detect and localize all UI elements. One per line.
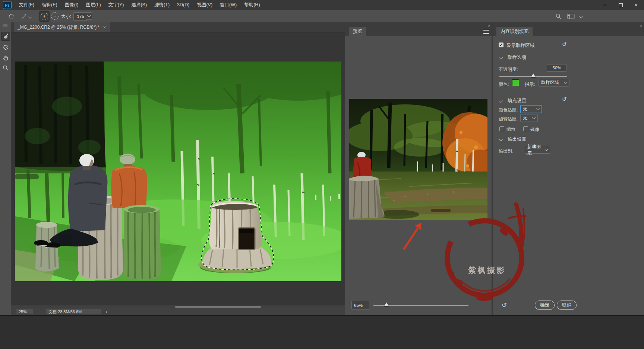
minimize-icon — [603, 5, 607, 5]
stump-bench-right — [124, 205, 161, 280]
collapse-panel-icon[interactable]: » — [640, 23, 642, 28]
document-tab-bar: _MG_2200.CR2 @ 25% (背景, RGB/8*) * ✕ — [11, 22, 345, 32]
tab-close-icon[interactable]: ✕ — [103, 25, 106, 29]
separator — [18, 12, 18, 21]
status-doc-info: 文档:28.8M/66.6M — [46, 309, 101, 314]
rotation-adaptation-label: 旋转适应: — [499, 116, 518, 122]
scale-label: 缩放 — [506, 126, 515, 133]
menu-select[interactable]: 选择(S) — [127, 0, 151, 10]
brush-size-dropdown-button[interactable] — [86, 12, 92, 20]
preview-zoom-input[interactable] — [351, 301, 369, 309]
mirror-checkbox[interactable] — [523, 126, 528, 131]
reset-all-icon[interactable]: ↺ — [502, 302, 507, 308]
overlay-color-swatch[interactable] — [512, 79, 519, 86]
hand-tool[interactable] — [1, 53, 10, 62]
tab-content-aware-fill[interactable]: 内容识别填充 — [496, 27, 533, 36]
menu-filter[interactable]: 滤镜(T) — [151, 0, 173, 10]
menu-view[interactable]: 视图(V) — [193, 0, 216, 10]
chevron-down-icon — [544, 148, 548, 151]
mirror-label: 镜像 — [530, 126, 539, 133]
scrollbar-thumb[interactable] — [175, 306, 261, 308]
indicates-value: 取样区域 — [541, 79, 559, 86]
add-to-sampling-button[interactable]: + — [39, 11, 50, 22]
opacity-label: 不透明度: — [499, 66, 518, 73]
separator — [36, 12, 36, 21]
workspace-chevron-icon[interactable] — [580, 15, 583, 19]
menu-edit[interactable]: 编辑(E) — [38, 0, 61, 10]
menu-file[interactable]: 文件(F) — [15, 0, 38, 10]
status-zoom-field[interactable]: 25% — [16, 309, 33, 314]
sampling-section-chevron-icon[interactable] — [499, 55, 503, 59]
close-button[interactable]: ✕ — [628, 0, 644, 10]
window-controls: ✕ — [597, 0, 644, 10]
fill-section-chevron-icon[interactable] — [499, 98, 503, 103]
menu-bar: Ps 文件(F) 编辑(E) 图像(I) 图层(L) 文字(Y) 选择(S) 滤… — [0, 0, 644, 10]
scale-checkbox[interactable] — [499, 126, 504, 131]
menu-image[interactable]: 图像(I) — [61, 0, 82, 10]
reset-sampling-icon[interactable]: ↺ — [562, 41, 567, 47]
rotation-adaptation-dropdown[interactable]: 无 — [520, 114, 538, 122]
preview-tab-bar: » 预览 — [345, 22, 492, 36]
menu-help[interactable]: 帮助(H) — [240, 0, 263, 10]
document-tab-title: _MG_2200.CR2 @ 25% (背景, RGB/8*) * — [18, 24, 100, 31]
document-tab[interactable]: _MG_2200.CR2 @ 25% (背景, RGB/8*) * ✕ — [14, 22, 110, 32]
menu-layer[interactable]: 图层(L) — [82, 0, 104, 10]
color-adaptation-label: 颜色适应: — [499, 107, 518, 113]
fill-settings-section[interactable]: 填充设置 — [508, 98, 526, 104]
show-sampling-area-label: 显示取样区域 — [506, 43, 534, 49]
reset-fill-icon[interactable]: ↺ — [562, 96, 567, 102]
document-canvas-image[interactable] — [15, 62, 341, 281]
opacity-value-field[interactable]: 50% — [547, 64, 567, 72]
color-adaptation-dropdown[interactable]: 无 — [520, 105, 542, 113]
sampling-brush-tool[interactable] — [1, 32, 10, 41]
collapse-panel-icon[interactable]: » — [488, 23, 490, 28]
minus-circle-icon: − — [51, 12, 59, 20]
search-icon[interactable] — [555, 13, 562, 19]
show-sampling-area-checkbox[interactable]: ✓ — [499, 43, 503, 47]
lasso-tool[interactable] — [1, 43, 10, 52]
color-adaptation-value: 无 — [523, 106, 527, 112]
output-to-dropdown[interactable]: 新建图层 — [525, 146, 550, 154]
ok-button[interactable]: 确定 — [535, 301, 555, 310]
status-bar: 25% 文档:28.8M/66.6M › — [11, 308, 345, 315]
status-expand-icon[interactable]: › — [106, 309, 107, 314]
chevron-down-icon — [536, 107, 540, 111]
caf-bottom-bar: ↺ 确定 取消 — [493, 296, 644, 315]
overlay-color-label: 颜色: — [499, 81, 509, 88]
cancel-button[interactable]: 取消 — [557, 301, 577, 310]
photoshop-window: Ps 文件(F) 编辑(E) 图像(I) 图层(L) 文字(Y) 选择(S) 滤… — [0, 0, 644, 349]
content-aware-fill-panel: » 内容识别填充 ✓ 显示取样区域 ↺ 取样选项 不透明度: 50% 颜色: 指… — [493, 22, 644, 315]
panel-menu-icon[interactable] — [483, 30, 489, 34]
maximize-icon — [619, 3, 623, 7]
subtract-from-sampling-button[interactable]: − — [50, 11, 60, 21]
output-settings-section[interactable]: 输出设置 — [508, 136, 526, 142]
home-icon[interactable] — [8, 13, 15, 19]
zoom-tool[interactable] — [1, 63, 10, 72]
brush-tool-preset-icon[interactable] — [20, 13, 27, 19]
menu-3d[interactable]: 3D(D) — [173, 0, 193, 10]
status-zoom-value: 25% — [19, 309, 27, 314]
indicates-dropdown[interactable]: 取样区域 — [539, 79, 569, 87]
toolbar-grip[interactable] — [3, 24, 7, 27]
tool-options-bar: + − 大小: — [0, 10, 644, 23]
workspace-layout-icon[interactable] — [567, 13, 575, 19]
menu-type[interactable]: 文字(Y) — [105, 0, 128, 10]
window-bottom-edge — [0, 315, 644, 349]
maximize-button[interactable] — [613, 0, 628, 10]
rotation-adaptation-value: 无 — [523, 115, 527, 121]
menu-window[interactable]: 窗口(W) — [216, 0, 240, 10]
minimize-button[interactable] — [597, 0, 613, 10]
magnifier-icon — [2, 65, 9, 71]
output-section-chevron-icon[interactable] — [499, 137, 503, 141]
preview-image[interactable] — [349, 99, 487, 220]
chevron-down-icon — [87, 14, 91, 18]
brush-preset-chevron-icon[interactable] — [29, 15, 32, 19]
preview-stump — [349, 176, 385, 219]
preview-tab-label: 预览 — [353, 28, 362, 35]
brush-size-input[interactable] — [73, 12, 88, 21]
sampling-options-section[interactable]: 取样选项 — [508, 54, 526, 61]
preview-zoom-slider-thumb[interactable] — [384, 302, 389, 306]
tab-preview[interactable]: 预览 — [349, 27, 366, 36]
chevron-down-icon — [564, 81, 568, 84]
opacity-slider-thumb[interactable] — [531, 73, 536, 77]
